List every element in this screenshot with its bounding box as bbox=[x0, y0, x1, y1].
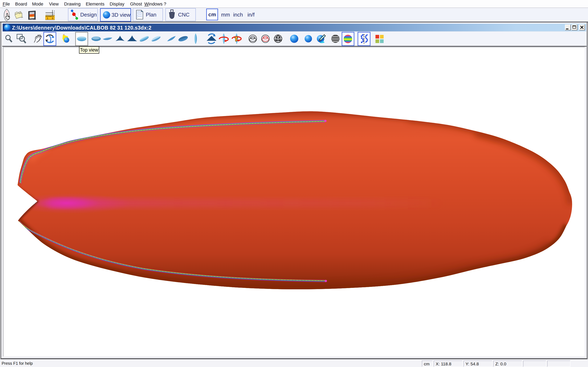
svg-text:1: 1 bbox=[47, 17, 48, 20]
svg-text:0: 0 bbox=[52, 17, 53, 20]
